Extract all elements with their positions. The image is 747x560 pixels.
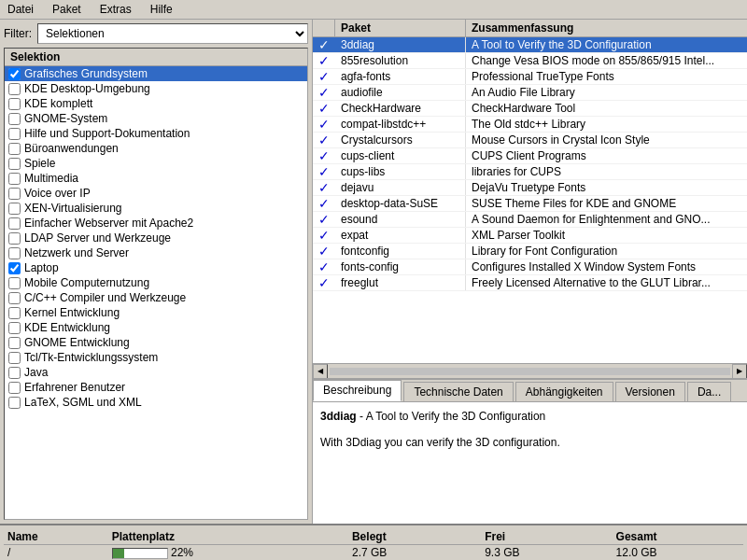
selection-checkbox[interactable] [8,277,21,289]
scroll-left-btn[interactable]: ◀ [313,364,328,379]
package-row[interactable]: ✓3ddiagA Tool to Verify the 3D Configura… [313,37,747,53]
selection-item[interactable]: Einfacher Webserver mit Apache2 [5,216,307,231]
package-row[interactable]: ✓freeglutFreely Licensed Alternative to … [313,275,747,291]
package-checkbox: ✓ [313,180,335,195]
package-row[interactable]: ✓cups-libslibraries for CUPS [313,164,747,180]
selection-checkbox[interactable] [8,83,21,95]
package-row[interactable]: ✓cups-clientCUPS Client Programs [313,148,747,164]
selection-checkbox[interactable] [8,128,21,140]
selection-item[interactable]: C/C++ Compiler und Werkzeuge [5,290,307,305]
selection-item-label: KDE Entwicklung [24,321,110,334]
selection-checkbox[interactable] [8,68,21,80]
selection-item-label: Laptop [24,261,59,274]
selection-item[interactable]: KDE Desktop-Umgebung [5,81,307,96]
desc-tab[interactable]: Abhängigkeiten [515,382,613,401]
selection-checkbox[interactable] [8,247,21,259]
package-name: expat [335,228,466,243]
scroll-track[interactable] [330,368,730,375]
selection-checkbox[interactable] [8,397,21,409]
selection-item[interactable]: Voice over IP [5,186,307,201]
package-checkbox: ✓ [313,53,335,68]
selection-checkbox[interactable] [8,322,21,334]
selection-checkbox[interactable] [8,188,21,200]
selection-checkbox[interactable] [8,307,21,319]
selection-item[interactable]: Multimedia [5,171,307,186]
selection-checkbox[interactable] [8,367,21,379]
selection-item[interactable]: LaTeX, SGML und XML [5,395,307,410]
description-content: 3ddiag - A Tool to Verify the 3D Configu… [313,402,747,524]
package-row[interactable]: ✓dejavuDejaVu Truetype Fonts [313,180,747,196]
package-summary: XML Parser Toolkit [466,228,747,243]
package-name: Crystalcursors [335,133,466,147]
scroll-right-btn[interactable]: ▶ [732,364,747,379]
status-name: / [4,545,108,561]
package-row[interactable]: ✓audiofileAn Audio File Library [313,85,747,101]
selection-item[interactable]: Erfahrener Benutzer [5,380,307,395]
col-frei: Frei [481,529,612,545]
package-row[interactable]: ✓desktop-data-SuSESUSE Theme Files for K… [313,196,747,212]
selection-item[interactable]: Kernel Entwicklung [5,305,307,320]
menu-datei[interactable]: Datei [4,2,37,17]
desc-tab[interactable]: Beschreibung [313,380,402,401]
selection-checkbox[interactable] [8,143,21,155]
selection-item[interactable]: Netzwerk und Server [5,245,307,260]
selection-checkbox[interactable] [8,158,21,170]
filter-row: Filter: Selektionen [0,20,312,48]
desc-tab[interactable]: Versionen [615,382,685,401]
selection-checkbox[interactable] [8,232,21,245]
selection-item[interactable]: Laptop [5,260,307,275]
package-checkbox: ✓ [313,164,335,179]
desc-title-bold: 3ddiag [320,410,357,423]
selection-checkbox[interactable] [8,382,21,394]
selection-item[interactable]: GNOME Entwicklung [5,335,307,350]
selection-item[interactable]: Java [5,365,307,380]
package-row[interactable]: ✓expatXML Parser Toolkit [313,228,747,244]
package-checkbox: ✓ [313,244,335,259]
selection-item[interactable]: Hilfe und Support-Dokumentation [5,126,307,141]
selection-item[interactable]: Büroanwendungen [5,141,307,156]
selection-checkbox[interactable] [8,217,21,230]
package-name: CheckHardware [335,101,466,116]
desc-tab[interactable]: Da... [687,382,731,401]
selection-item[interactable]: LDAP Server und Werkzeuge [5,231,307,245]
selection-item[interactable]: KDE Entwicklung [5,320,307,335]
selection-item[interactable]: XEN-Virtualisierung [5,201,307,216]
desc-tab[interactable]: Technische Daten [403,382,513,401]
package-row[interactable]: ✓esoundA Sound Daemon for Enlightenment … [313,212,747,228]
selection-checkbox[interactable] [8,352,21,364]
pkg-col-name-header: Paket [335,20,466,36]
selection-checkbox[interactable] [8,203,21,215]
selection-checkbox[interactable] [8,337,21,349]
package-row[interactable]: ✓fonts-configConfigures Installed X Wind… [313,259,747,275]
selection-item-label: LDAP Server und Werkzeuge [24,231,171,245]
menu-hilfe[interactable]: Hilfe [147,2,176,17]
selection-checkbox[interactable] [8,98,21,110]
selection-checkbox[interactable] [8,173,21,185]
package-name: cups-libs [335,164,466,179]
package-row[interactable]: ✓compat-libstdc++The Old stdc++ Library [313,117,747,133]
selection-item[interactable]: Tcl/Tk-Entwicklungssystem [5,350,307,365]
selection-item-label: Tcl/Tk-Entwicklungssystem [24,351,158,364]
package-row[interactable]: ✓CheckHardwareCheckHardware Tool [313,101,747,117]
selection-item[interactable]: GNOME-System [5,111,307,126]
package-name: 855resolution [335,53,466,68]
selection-item[interactable]: Mobile Computernutzung [5,275,307,290]
selection-item[interactable]: Grafisches Grundsystem [5,66,307,81]
menu-extras[interactable]: Extras [96,2,135,17]
selection-item-label: GNOME-System [24,112,107,125]
package-summary: An Audio File Library [466,85,747,100]
selection-item[interactable]: Spiele [5,156,307,171]
selection-checkbox[interactable] [8,262,21,274]
package-row[interactable]: ✓CrystalcursorsMouse Cursors in Crystal … [313,133,747,148]
package-row[interactable]: ✓agfa-fontsProfessional TrueType Fonts [313,69,747,85]
description-panel: BeschreibungTechnische DatenAbhängigkeit… [313,379,747,524]
menu-paket[interactable]: Paket [49,2,85,17]
left-panel: Filter: Selektionen Selektion Grafisches… [0,20,313,524]
selection-checkbox[interactable] [8,292,21,304]
package-row[interactable]: ✓fontconfigLibrary for Font Configuratio… [313,244,747,259]
filter-select[interactable]: Selektionen [37,23,308,44]
horizontal-scrollbar: ◀ ▶ [313,363,747,378]
package-row[interactable]: ✓855resolutionChange Vesa BIOS mode on 8… [313,53,747,69]
selection-item[interactable]: KDE komplett [5,96,307,111]
selection-checkbox[interactable] [8,113,21,125]
